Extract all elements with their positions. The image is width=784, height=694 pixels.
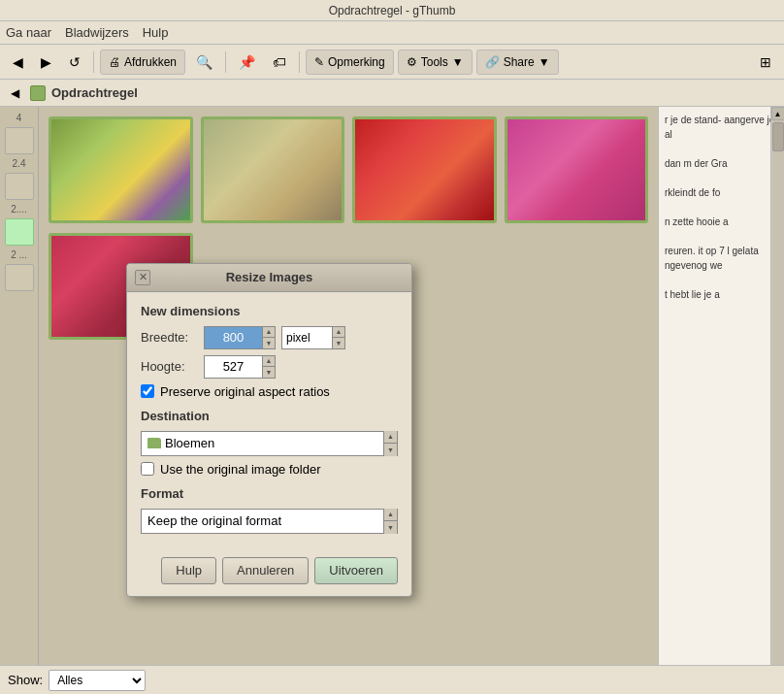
show-select-area: Show: Alles (8, 670, 146, 691)
title-bar: Opdrachtregel - gThumb (0, 0, 784, 21)
format-section: Format Keep the original format ▲ ▼ (141, 486, 398, 534)
format-up-arrow[interactable]: ▲ (384, 509, 397, 522)
height-label: Hoogte: (141, 359, 204, 374)
breadcrumb-bar: ◀ Opdrachtregel (0, 80, 784, 107)
format-select-arrows: ▲ ▼ (383, 509, 397, 534)
unit-arrows: ▲ ▼ (332, 326, 345, 349)
comment-label: Opmerking (328, 55, 385, 69)
folder-select-arrows: ▲ ▼ (383, 431, 397, 456)
preserve-ratio-checkbox[interactable] (141, 384, 154, 398)
comment-button[interactable]: ✎ Opmerking (306, 50, 394, 75)
format-select-widget[interactable]: Keep the original format ▲ ▼ (141, 509, 398, 534)
height-row: Hoogte: ▲ ▼ (141, 355, 398, 379)
height-up-arrow[interactable]: ▲ (263, 356, 275, 368)
unit-select: pixel % ▲ ▼ (281, 326, 345, 349)
destination-label: Destination (141, 409, 398, 423)
menu-item-hulp[interactable]: Hulp (143, 25, 169, 40)
unit-down-arrow[interactable]: ▼ (333, 338, 344, 348)
print-label: Afdrukken (124, 55, 177, 69)
dialog-title: Resize Images (226, 270, 313, 284)
print-button[interactable]: 🖨 Afdrukken (100, 50, 185, 75)
width-down-arrow[interactable]: ▼ (263, 338, 275, 348)
height-down-arrow[interactable]: ▼ (263, 367, 275, 378)
dialog-titlebar: ✕ Resize Images (127, 264, 411, 292)
toolbar: ◀ ▶ ↺ 🖨 Afdrukken 🔍 📌 🏷 ✎ Opmerking ⚙ To… (0, 45, 784, 80)
forward-button[interactable]: ▶ (34, 50, 58, 75)
bottom-bar: Show: Alles (0, 665, 784, 694)
format-value: Keep the original format (147, 513, 281, 528)
cancel-button[interactable]: Annuleren (222, 557, 309, 584)
close-icon: ✕ (139, 271, 147, 283)
folder-up-arrow[interactable]: ▲ (384, 431, 397, 445)
help-button[interactable]: Hulp (161, 557, 216, 584)
pin-button[interactable]: 📌 (232, 50, 262, 75)
dialog-overlay: ✕ Resize Images New dimensions Breedte: … (0, 107, 784, 694)
preserve-ratio-row: Preserve original aspect ratios (141, 384, 398, 399)
folder-name: Bloemen (165, 436, 214, 450)
width-spin-arrows: ▲ ▼ (262, 326, 276, 349)
back-button[interactable]: ◀ (6, 50, 30, 75)
toolbar-separator-3 (299, 51, 300, 73)
folder-icon (30, 85, 46, 101)
resize-images-dialog: ✕ Resize Images New dimensions Breedte: … (126, 263, 412, 597)
share-arrow-icon: ▼ (539, 55, 550, 69)
menu-item-ga-naar[interactable]: Ga naar (6, 25, 51, 40)
folder-down-arrow[interactable]: ▼ (384, 444, 397, 456)
menu-bar: Ga naar Bladwijzers Hulp (0, 21, 784, 45)
preserve-ratio-label: Preserve original aspect ratios (160, 384, 330, 399)
tools-label: Tools (421, 55, 448, 69)
folder-select-widget[interactable]: Bloemen ▲ ▼ (141, 431, 398, 456)
use-original-folder-row: Use the original image folder (141, 462, 398, 477)
comment-icon: ✎ (314, 55, 324, 69)
gear-icon: ⚙ (407, 55, 417, 69)
use-original-folder-checkbox[interactable] (141, 462, 154, 476)
tools-arrow-icon: ▼ (452, 55, 464, 69)
dialog-body: New dimensions Breedte: ▲ ▼ pixel (127, 292, 411, 557)
toolbar-separator-2 (225, 51, 226, 73)
main-area: 4 2.4 2.... 2 ... (0, 107, 784, 694)
zoom-button[interactable]: 🔍 (189, 50, 219, 75)
show-dropdown[interactable]: Alles (49, 670, 146, 691)
unit-dropdown[interactable]: pixel % (281, 326, 332, 349)
tools-button[interactable]: ⚙ Tools ▼ (398, 50, 473, 75)
show-label: Show: (8, 673, 43, 687)
new-dimensions-label: New dimensions (141, 304, 398, 318)
unit-up-arrow[interactable]: ▲ (333, 327, 344, 339)
folder-icon-small (147, 438, 161, 448)
breadcrumb-back-btn[interactable]: ◀ (6, 81, 24, 106)
format-down-arrow[interactable]: ▼ (384, 521, 397, 534)
destination-section: Destination Bloemen ▲ ▼ Use the o (141, 409, 398, 477)
menu-item-bladwijzers[interactable]: Bladwijzers (65, 25, 129, 40)
height-spin-input: ▲ ▼ (204, 355, 276, 379)
dialog-close-button[interactable]: ✕ (135, 270, 150, 285)
toolbar-separator (93, 51, 94, 73)
execute-button[interactable]: Uitvoeren (314, 557, 398, 584)
use-original-folder-label: Use the original image folder (160, 462, 320, 477)
width-label: Breedte: (141, 330, 204, 345)
height-spin-arrows: ▲ ▼ (262, 355, 276, 379)
window-title: Opdrachtregel - gThumb (329, 4, 456, 17)
breadcrumb: Opdrachtregel (51, 85, 138, 100)
grid-view-button[interactable]: ⊞ (753, 50, 778, 75)
width-up-arrow[interactable]: ▲ (263, 327, 275, 339)
share-label: Share (504, 55, 535, 69)
height-input[interactable] (204, 355, 262, 379)
printer-icon: 🖨 (109, 55, 120, 69)
share-icon: 🔗 (485, 55, 500, 69)
dialog-buttons: Hulp Annuleren Uitvoeren (127, 557, 411, 596)
folder-select-inner: Bloemen (142, 436, 383, 450)
reload-button[interactable]: ↺ (62, 50, 87, 75)
format-select-inner: Keep the original format (142, 513, 383, 528)
width-spin-input: ▲ ▼ (204, 326, 276, 349)
width-input[interactable] (204, 326, 262, 349)
share-button[interactable]: 🔗 Share ▼ (476, 50, 559, 75)
format-label: Format (141, 486, 398, 501)
width-row: Breedte: ▲ ▼ pixel % (141, 326, 398, 349)
tag-button[interactable]: 🏷 (266, 50, 293, 75)
